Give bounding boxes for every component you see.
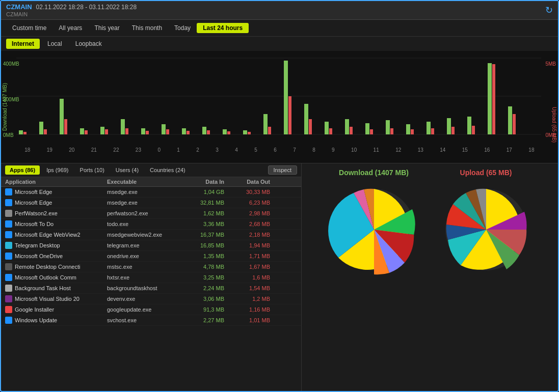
app-name: Microsoft OneDrive: [5, 253, 107, 260]
app-name: PerfWatson2.exe: [5, 210, 107, 217]
table-row[interactable]: Microsoft Edge msedge.exe 1,04 GB 30,33 …: [1, 187, 301, 198]
download-pie-container: Download (1407 MB): [323, 169, 425, 386]
table-row[interactable]: Background Task Host backgroundtaskhost …: [1, 283, 301, 294]
svg-rect-45: [447, 118, 451, 134]
app-name: Google Installer: [5, 306, 107, 313]
app-name: Microsoft Edge: [5, 188, 107, 195]
data-out: 2,98 MB: [229, 210, 275, 216]
svg-rect-25: [243, 130, 247, 134]
table-row[interactable]: Microsoft Outlook Comm hxtsr.exe 3,25 MB…: [1, 272, 301, 283]
download-pie-chart: [323, 179, 425, 281]
exe-name: svchost.exe: [107, 317, 183, 323]
tab-loopback[interactable]: Loopback: [70, 39, 108, 49]
upload-chart-title: Upload (65 MB): [460, 169, 512, 177]
exe-name: onedrive.exe: [107, 253, 183, 259]
svg-rect-31: [304, 104, 308, 134]
hostname: CZMAIN: [6, 3, 32, 11]
data-in: 3,06 MB: [183, 296, 229, 302]
svg-rect-15: [141, 128, 145, 134]
svg-rect-35: [345, 119, 349, 134]
data-in: 3,36 MB: [183, 221, 229, 227]
tab-internet[interactable]: Internet: [6, 39, 40, 49]
svg-rect-24: [227, 131, 230, 134]
data-in: 32,81 MB: [183, 200, 229, 206]
data-in: 91,3 MB: [183, 306, 229, 313]
data-in: 3,25 MB: [183, 274, 229, 281]
svg-rect-34: [329, 128, 332, 134]
data-out: 1,6 MB: [229, 274, 275, 281]
table-row[interactable]: PerfWatson2.exe perfwatson2.exe 1,62 MB …: [1, 208, 301, 219]
exe-name: telegram.exe: [107, 242, 183, 248]
exe-name: backgroundtaskhost: [107, 285, 183, 291]
tab-countries[interactable]: Countries (24): [145, 165, 190, 175]
svg-rect-14: [125, 128, 128, 134]
table-row[interactable]: Microsoft OneDrive onedrive.exe 1,35 MB …: [1, 251, 301, 262]
data-out: 1,16 MB: [229, 306, 275, 313]
table-row[interactable]: Windows Update svchost.exe 2,27 MB 1,01 …: [1, 315, 301, 326]
app-name: Background Task Host: [5, 285, 107, 292]
app-name: Remote Desktop Connecti: [5, 263, 107, 270]
svg-rect-6: [44, 129, 47, 134]
data-in: 1,04 GB: [183, 189, 229, 195]
chart-area: 400MB 200MB 0MB 5MB 0MB Download (1407 M…: [1, 51, 558, 163]
tab-local[interactable]: Local: [42, 39, 68, 49]
data-out: 1,94 MB: [229, 242, 275, 248]
left-panel: Apps (86) Ips (969) Ports (10) Users (4)…: [1, 163, 302, 391]
svg-rect-7: [60, 99, 64, 134]
svg-rect-52: [513, 114, 516, 134]
data-out: 30,33 MB: [229, 189, 275, 195]
svg-rect-12: [105, 129, 108, 134]
table-row[interactable]: Microsoft Edge WebView2 msedgewebview2.e…: [1, 230, 301, 240]
data-in: 4,78 MB: [183, 264, 229, 270]
svg-rect-3: [19, 130, 23, 134]
tab-custom-time[interactable]: Custom time: [6, 23, 52, 33]
exe-name: mstsc.exe: [107, 264, 183, 270]
svg-rect-27: [263, 114, 268, 134]
svg-rect-39: [386, 120, 390, 134]
tab-this-year[interactable]: This year: [88, 23, 125, 33]
table-row[interactable]: Microsoft To Do todo.exe 3,36 MB 2,68 MB: [1, 219, 301, 230]
svg-rect-5: [39, 122, 43, 134]
y-max-label: 400MB: [3, 61, 19, 67]
table-row[interactable]: Remote Desktop Connecti mstsc.exe 4,78 M…: [1, 262, 301, 272]
download-chart-title: Download (1407 MB): [339, 169, 409, 177]
right-panel: Download (1407 MB): [302, 163, 558, 391]
tab-all-years[interactable]: All years: [52, 23, 88, 33]
svg-rect-21: [202, 127, 206, 134]
exe-name: msedge.exe: [107, 189, 183, 195]
tab-today[interactable]: Today: [168, 23, 197, 33]
tab-apps[interactable]: Apps (86): [5, 165, 40, 175]
svg-rect-38: [370, 129, 373, 134]
tab-users[interactable]: Users (4): [111, 165, 143, 175]
table-row[interactable]: Microsoft Edge msedge.exe 32,81 MB 6,23 …: [1, 198, 301, 208]
chart-x-labels: 18 19 20 21 22 23 0 1 2 3 4 5 6 7 8 9 10…: [16, 147, 543, 154]
tab-this-month[interactable]: This month: [126, 23, 168, 33]
svg-rect-22: [207, 130, 210, 134]
data-out: 2,68 MB: [229, 221, 275, 227]
tab-last-24-hours[interactable]: Last 24 hours: [197, 23, 249, 33]
exe-name: googleupdate.exe: [107, 306, 183, 313]
svg-rect-19: [182, 128, 186, 134]
app-name: Microsoft Visual Studio 20: [5, 295, 107, 302]
col-executable: Executable: [107, 179, 183, 185]
inspect-button[interactable]: Inspect: [268, 165, 297, 175]
col-data-out: Data Out: [229, 179, 275, 185]
exe-name: hxtsr.exe: [107, 274, 183, 281]
data-out: 6,23 MB: [229, 200, 275, 206]
table-row[interactable]: Microsoft Visual Studio 20 devenv.exe 3,…: [1, 294, 301, 304]
y-min-label: 0MB: [3, 132, 14, 138]
data-out: 1,01 MB: [229, 317, 275, 323]
exe-name: devenv.exe: [107, 296, 183, 302]
svg-rect-28: [268, 127, 271, 134]
y-left-axis-label: Download (1407 MB): [2, 83, 8, 131]
tab-ips[interactable]: Ips (969): [42, 165, 73, 175]
data-out: 1,71 MB: [229, 253, 275, 259]
svg-rect-36: [350, 127, 353, 134]
table-row[interactable]: Telegram Desktop telegram.exe 16,85 MB 1…: [1, 240, 301, 251]
exe-name: msedge.exe: [107, 200, 183, 206]
refresh-button[interactable]: ↻: [545, 5, 553, 16]
table-row[interactable]: Google Installer googleupdate.exe 91,3 M…: [1, 304, 301, 315]
tab-ports[interactable]: Ports (10): [75, 165, 109, 175]
svg-rect-41: [406, 124, 410, 134]
main-window: CZMAIN 02.11.2022 18:28 - 03.11.2022 18:…: [0, 0, 559, 392]
